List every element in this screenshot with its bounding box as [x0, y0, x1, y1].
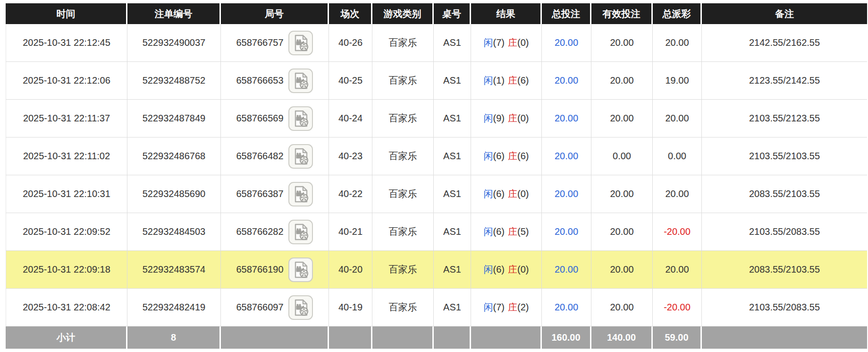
video-replay-icon — [288, 181, 313, 207]
time-cell: 2025-10-31 22:11:37 — [6, 100, 127, 137]
round-cell: 658766387 — [221, 175, 329, 213]
table-row: 2025-10-31 22:10:31 522932485690 6587663… — [6, 175, 867, 213]
result-player-score: (6) — [493, 226, 505, 237]
session-cell: 40-20 — [329, 251, 372, 289]
subtotal-payout: 59.00 — [653, 326, 702, 349]
valid-bet-cell: 20.00 — [591, 24, 653, 62]
column-header-round: 局号 — [221, 3, 329, 24]
valid-bet-cell: 0.00 — [591, 137, 653, 175]
table-row: 2025-10-31 22:11:37 522932487849 6587665… — [6, 100, 867, 137]
time-cell: 2025-10-31 22:08:42 — [6, 289, 127, 326]
table-no-cell: AS1 — [434, 251, 471, 289]
game-type-cell: 百家乐 — [372, 175, 434, 213]
time-cell: 2025-10-31 22:11:02 — [6, 137, 127, 175]
result-cell: 闲(7)庄(0) — [471, 24, 542, 62]
round-cell: 658766482 — [221, 137, 329, 175]
video-replay-button[interactable] — [288, 181, 313, 207]
total-bet-link[interactable]: 20.00 — [542, 100, 591, 137]
bet-id-cell: 522932490037 — [127, 24, 221, 62]
result-banker-score: (0) — [517, 189, 529, 199]
table-no-cell: AS1 — [434, 100, 471, 137]
remark-cell: 2103.55/2083.55 — [702, 213, 867, 251]
remark-cell: 2103.55/2083.55 — [702, 289, 867, 326]
game-type-cell: 百家乐 — [372, 289, 434, 326]
remark-cell: 2103.55/2123.55 — [702, 100, 867, 137]
total-bet-link[interactable]: 20.00 — [542, 175, 591, 213]
time-cell: 2025-10-31 22:12:45 — [6, 24, 127, 62]
payout-cell: 0.00 — [653, 137, 702, 175]
result-cell: 闲(6)庄(5) — [471, 213, 542, 251]
remark-cell: 2142.55/2162.55 — [702, 24, 867, 62]
payout-cell: 20.00 — [653, 175, 702, 213]
round-id: 658766569 — [236, 113, 283, 124]
payout-cell: 19.00 — [653, 62, 702, 100]
result-player-label: 闲 — [484, 151, 493, 161]
session-cell: 40-22 — [329, 175, 372, 213]
game-type-cell: 百家乐 — [372, 213, 434, 251]
result-player-score: (6) — [493, 151, 505, 161]
video-replay-button[interactable] — [288, 68, 313, 94]
total-bet-link[interactable]: 20.00 — [542, 137, 591, 175]
result-player-score: (9) — [493, 113, 505, 123]
valid-bet-cell: 20.00 — [591, 289, 653, 326]
bet-history-table: 时间 注单编号 局号 场次 游戏类别 桌号 结果 总投注 有效投注 总派彩 备注… — [6, 3, 867, 349]
total-bet-link[interactable]: 20.00 — [542, 251, 591, 289]
subtotal-label: 小计 — [6, 326, 127, 349]
session-cell: 40-19 — [329, 289, 372, 326]
round-id: 658766282 — [236, 226, 283, 237]
session-cell: 40-23 — [329, 137, 372, 175]
round-id: 658766482 — [236, 151, 283, 162]
table-no-cell: AS1 — [434, 24, 471, 62]
total-bet-link[interactable]: 20.00 — [542, 213, 591, 251]
session-cell: 40-24 — [329, 100, 372, 137]
payout-cell: 20.00 — [653, 24, 702, 62]
valid-bet-cell: 20.00 — [591, 213, 653, 251]
bet-id-cell: 522932483574 — [127, 251, 221, 289]
table-no-cell: AS1 — [434, 137, 471, 175]
result-banker-score: (6) — [517, 75, 529, 86]
column-header-time: 时间 — [6, 3, 127, 24]
column-header-total-bet: 总投注 — [542, 3, 591, 24]
subtotal-total-bet: 160.00 — [542, 326, 591, 349]
video-replay-button[interactable] — [288, 106, 313, 131]
table-header: 时间 注单编号 局号 场次 游戏类别 桌号 结果 总投注 有效投注 总派彩 备注 — [6, 3, 867, 24]
subtotal-empty-cell — [434, 326, 471, 349]
video-replay-button[interactable] — [288, 257, 313, 283]
video-replay-button[interactable] — [288, 30, 313, 56]
video-replay-button[interactable] — [288, 295, 313, 320]
round-cell: 658766190 — [221, 251, 329, 289]
result-banker-label: 庄 — [508, 226, 517, 237]
total-bet-link[interactable]: 20.00 — [542, 24, 591, 62]
result-banker-label: 庄 — [508, 151, 517, 161]
result-banker-label: 庄 — [508, 302, 517, 312]
result-cell: 闲(1)庄(6) — [471, 62, 542, 100]
column-header-game-type: 游戏类别 — [372, 3, 434, 24]
video-replay-icon — [288, 144, 313, 169]
bet-history-page: 时间 注单编号 局号 场次 游戏类别 桌号 结果 总投注 有效投注 总派彩 备注… — [0, 3, 868, 352]
remark-cell: 2083.55/2103.55 — [702, 175, 867, 213]
remark-cell: 2123.55/2142.55 — [702, 62, 867, 100]
result-player-label: 闲 — [484, 113, 493, 123]
payout-cell: -20.00 — [653, 213, 702, 251]
game-type-cell: 百家乐 — [372, 62, 434, 100]
round-id: 658766653 — [236, 75, 283, 86]
video-replay-button[interactable] — [288, 219, 313, 245]
result-cell: 闲(6)庄(6) — [471, 137, 542, 175]
table-body: 2025-10-31 22:12:45 522932490037 6587667… — [6, 24, 867, 349]
round-cell: 658766569 — [221, 100, 329, 137]
total-bet-link[interactable]: 20.00 — [542, 62, 591, 100]
video-replay-icon — [288, 219, 313, 245]
video-replay-button[interactable] — [288, 144, 313, 169]
video-replay-icon — [288, 257, 313, 283]
bet-id-cell: 522932482419 — [127, 289, 221, 326]
round-cell: 658766653 — [221, 62, 329, 100]
result-player-label: 闲 — [484, 189, 493, 199]
subtotal-empty-cell — [471, 326, 542, 349]
round-id: 658766097 — [236, 302, 283, 313]
round-id: 658766190 — [236, 264, 283, 275]
game-type-cell: 百家乐 — [372, 100, 434, 137]
total-bet-link[interactable]: 20.00 — [542, 289, 591, 326]
subtotal-empty-cell — [329, 326, 372, 349]
payout-cell: 20.00 — [653, 100, 702, 137]
session-cell: 40-26 — [329, 24, 372, 62]
